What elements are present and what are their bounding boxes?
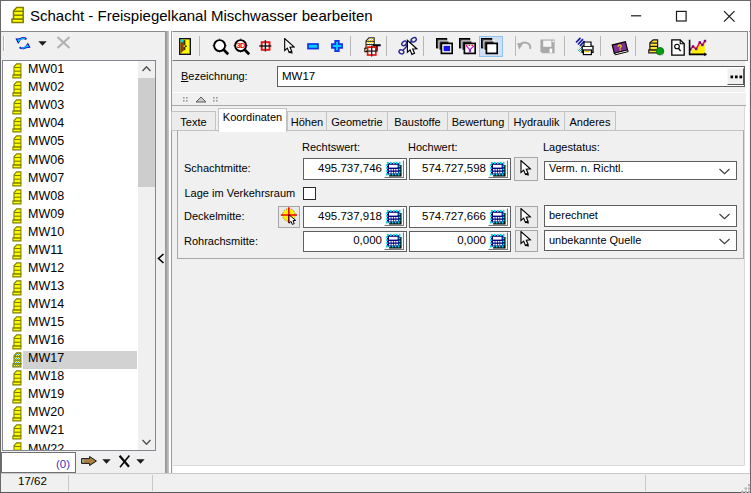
- svg-text:3D: 3D: [236, 41, 246, 50]
